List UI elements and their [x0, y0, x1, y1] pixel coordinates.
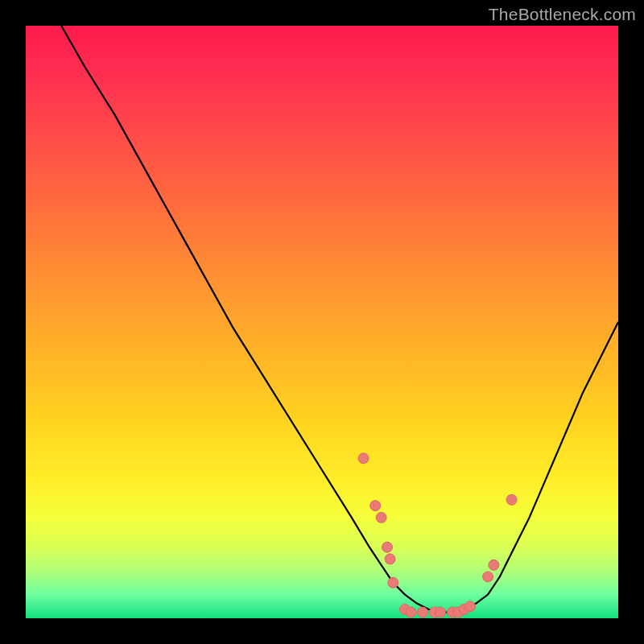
data-point [376, 512, 386, 522]
data-point [436, 607, 446, 617]
bottleneck-curve [61, 26, 618, 613]
data-point [388, 577, 398, 588]
chart-svg [26, 26, 618, 618]
chart-frame: TheBottleneck.com [0, 0, 644, 644]
data-point [418, 607, 428, 617]
data-point [358, 453, 369, 464]
data-point [406, 607, 416, 617]
data-point [385, 554, 395, 564]
data-point [489, 559, 499, 570]
watermark-label: TheBottleneck.com [489, 5, 636, 24]
plot-area [26, 26, 618, 618]
data-point [370, 501, 381, 511]
data-point [483, 572, 493, 582]
data-point-markers [358, 453, 517, 617]
data-point [465, 601, 476, 612]
data-point [382, 542, 393, 552]
data-point [506, 494, 517, 505]
